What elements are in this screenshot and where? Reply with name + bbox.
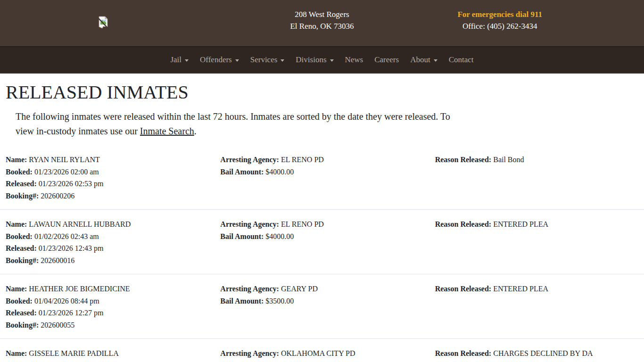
inmate-arresting-agency: Arresting Agency: OKLAHOMA CITY PD	[220, 347, 423, 360]
contact-info: For emergencies dial 911 Office: (405) 2…	[457, 8, 542, 32]
main-nav: Jail Offenders Services Divisions News C…	[0, 46, 644, 74]
nav-item-about[interactable]: About	[406, 51, 441, 68]
chevron-down-icon	[281, 59, 284, 62]
inmate-booked: Booked: 01/23/2026 02:00 am	[6, 166, 209, 178]
nav-item-contact[interactable]: Contact	[445, 51, 478, 68]
inmate-reason-column: Reason Released: ENTERED PLEA	[429, 218, 644, 266]
inmate-record: Name: HEATHER JOE BIGMEDICINE Booked: 01…	[0, 274, 644, 339]
inmate-reason-column: Reason Released: ENTERED PLEA	[429, 283, 644, 331]
inmate-bail-amount: Bail Amount: $15000.00	[220, 360, 423, 362]
inmate-bail-amount: Bail Amount: $4000.00	[220, 166, 423, 178]
inmate-reason-released: Reason Released: CHARGES DECLINED BY DA	[435, 347, 638, 360]
inmate-agency-column: Arresting Agency: OKLAHOMA CITY PD Bail …	[215, 347, 429, 362]
inmate-search-link[interactable]: Inmate Search	[140, 126, 194, 136]
inmate-released: Released: 01/23/2026 12:27 pm	[6, 307, 209, 319]
inmate-record: Name: LAWAUN ARNELL HUBBARD Booked: 01/0…	[0, 210, 644, 274]
inmate-arresting-agency: Arresting Agency: EL RENO PD	[220, 154, 423, 166]
address-line-1: 208 West Rogers	[290, 8, 354, 20]
inmate-booked: Booked: 01/19/2026 01:14 am	[6, 360, 209, 362]
inmate-agency-column: Arresting Agency: GEARY PD Bail Amount: …	[215, 283, 429, 331]
inmate-reason-released: Reason Released: Bail Bond	[435, 154, 638, 166]
inmate-name: Name: RYAN NEIL RYLANT	[6, 154, 209, 166]
inmate-reason-released: Reason Released: ENTERED PLEA	[435, 218, 638, 230]
nav-item-services[interactable]: Services	[247, 51, 289, 68]
agency-address: 208 West Rogers El Reno, OK 73036	[290, 8, 354, 32]
inmate-identity-column: Name: RYAN NEIL RYLANT Booked: 01/23/202…	[0, 154, 215, 202]
chevron-down-icon	[330, 59, 334, 62]
nav-item-jail[interactable]: Jail	[166, 51, 192, 68]
nav-item-divisions[interactable]: Divisions	[292, 51, 337, 68]
inmate-arresting-agency: Arresting Agency: EL RENO PD	[220, 218, 423, 230]
inmate-identity-column: Name: HEATHER JOE BIGMEDICINE Booked: 01…	[0, 283, 215, 331]
released-inmates-list: Name: RYAN NEIL RYLANT Booked: 01/23/202…	[0, 145, 644, 362]
chevron-down-icon	[185, 59, 189, 62]
inmate-arresting-agency: Arresting Agency: GEARY PD	[220, 283, 423, 295]
inmate-agency-column: Arresting Agency: EL RENO PD Bail Amount…	[215, 218, 429, 266]
inmate-identity-column: Name: LAWAUN ARNELL HUBBARD Booked: 01/0…	[0, 218, 215, 266]
office-phone: Office: (405) 262-3434	[457, 20, 542, 32]
chevron-down-icon	[235, 59, 239, 62]
page-title: RELEASED INMATES	[0, 81, 644, 104]
inmate-bail-amount: Bail Amount: $4000.00	[220, 230, 423, 243]
inmate-reason-released: Reason Released: ENTERED PLEA	[435, 283, 638, 295]
nav-item-offenders[interactable]: Offenders	[196, 51, 243, 68]
address-line-2: El Reno, OK 73036	[290, 20, 354, 32]
broken-image-icon	[98, 16, 109, 31]
inmate-booking-number: Booking#: 202600016	[6, 255, 209, 267]
inmate-agency-column: Arresting Agency: EL RENO PD Bail Amount…	[215, 154, 429, 202]
main-content: RELEASED INMATES The following inmates w…	[0, 81, 644, 362]
inmate-reason-column: Reason Released: Bail Bond	[429, 154, 644, 202]
inmate-identity-column: Name: GISSELE MARIE PADILLA Booked: 01/1…	[0, 347, 215, 362]
inmate-released: Released: 01/23/2026 02:53 pm	[6, 178, 209, 190]
inmate-name: Name: LAWAUN ARNELL HUBBARD	[6, 218, 209, 230]
inmate-name: Name: GISSELE MARIE PADILLA	[6, 347, 209, 360]
site-header: 208 West Rogers El Reno, OK 73036 For em…	[0, 0, 644, 46]
emergency-notice: For emergencies dial 911	[457, 8, 542, 20]
inmate-name: Name: HEATHER JOE BIGMEDICINE	[6, 283, 209, 295]
inmate-booking-number: Booking#: 202600055	[6, 319, 209, 331]
nav-item-careers[interactable]: Careers	[371, 51, 403, 68]
chevron-down-icon	[434, 59, 438, 62]
nav-item-news[interactable]: News	[341, 51, 367, 68]
inmate-booked: Booked: 01/02/2026 02:43 am	[6, 230, 209, 243]
inmate-record: Name: RYAN NEIL RYLANT Booked: 01/23/202…	[0, 145, 644, 210]
inmate-released: Released: 01/23/2026 12:43 pm	[6, 242, 209, 255]
logo-link[interactable]	[98, 16, 109, 31]
inmate-bail-amount: Bail Amount: $3500.00	[220, 295, 423, 307]
inmate-booking-number: Booking#: 202600206	[6, 190, 209, 202]
inmate-booked: Booked: 01/04/2026 08:44 pm	[6, 295, 209, 307]
intro-text: The following inmates were released with…	[16, 109, 471, 139]
inmate-record: Name: GISSELE MARIE PADILLA Booked: 01/1…	[0, 339, 644, 362]
inmate-reason-column: Reason Released: CHARGES DECLINED BY DA	[429, 347, 644, 362]
